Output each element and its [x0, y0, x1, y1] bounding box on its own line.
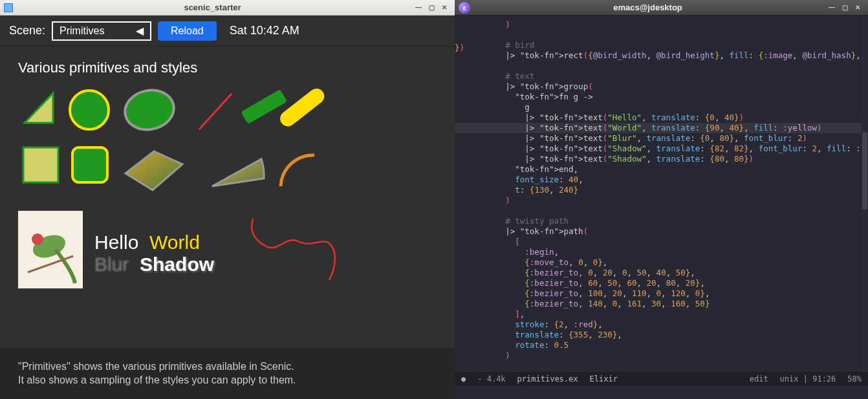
emacs-window: ε emacs@jdesktop — ▢ ✕ ) # bird |> "tok-…: [455, 0, 868, 399]
maximize-icon[interactable]: ▢: [427, 3, 436, 12]
code-line[interactable]: rotate: 0.5: [455, 340, 868, 350]
scenic-window: scenic_starter — ▢ ✕ Scene: Primitives ◀…: [0, 0, 455, 399]
svg-point-2: [122, 86, 178, 134]
code-line[interactable]: |> "tok-fn">text("Shadow", translate: {8…: [455, 144, 868, 154]
svg-point-1: [70, 91, 109, 129]
code-line[interactable]: [455, 206, 868, 216]
topbar: Scene: Primitives ◀ Reload Sat 10:42 AM: [0, 16, 455, 47]
svg-marker-8: [125, 151, 182, 190]
reload-button[interactable]: Reload: [158, 21, 217, 41]
app-icon: [4, 3, 13, 12]
titlebar-left: scenic_starter — ▢ ✕: [0, 0, 455, 16]
emacs-icon: ε: [459, 2, 470, 14]
scene-body: Various primitives and styles: [0, 47, 455, 348]
svg-rect-5: [277, 85, 327, 129]
text-blur: Blur: [94, 253, 129, 275]
code-line[interactable]: ): [455, 195, 868, 206]
code-line[interactable]: {:bezier_to, 60, 50, 60, 20, 80, 20},: [455, 278, 868, 288]
modeline-dot: ●: [461, 374, 466, 383]
window-title-right: emacs@jdesktop: [470, 3, 825, 12]
scenic-app: Scene: Primitives ◀ Reload Sat 10:42 AM …: [0, 16, 455, 399]
sector-gradient: [201, 146, 272, 198]
code-line[interactable]: translate: {355, 230},: [455, 330, 868, 340]
code-line[interactable]: # twisty path: [455, 216, 868, 226]
bird-image: [18, 211, 83, 288]
ellipse-stroke: [120, 85, 179, 135]
modeline-enc: unix | 91:26: [780, 374, 836, 383]
scene-label: Scene:: [9, 24, 45, 38]
code-line[interactable]: |> "tok-fn">group(: [455, 81, 868, 92]
yellow-capsule: [268, 84, 332, 142]
code-line[interactable]: "tok-fn">fn g ->: [455, 92, 868, 102]
modeline-state: edit: [750, 374, 768, 383]
twisty-path: [228, 219, 344, 296]
chevron-left-icon: ◀: [136, 25, 144, 37]
line-wrap-indicator: }): [455, 43, 464, 53]
triangle-stroke: [19, 88, 58, 128]
echo-area[interactable]: [455, 386, 868, 399]
scene-selected: Primitives: [60, 25, 104, 37]
maximize-icon[interactable]: ▢: [840, 3, 849, 12]
clock: Sat 10:42 AM: [230, 24, 299, 38]
close-icon[interactable]: ✕: [440, 3, 449, 12]
quad-gradient: [118, 146, 189, 198]
modeline-mode: Elixir: [590, 374, 618, 383]
titlebar-right: ε emacs@jdesktop — ▢ ✕: [455, 0, 868, 16]
modeline-size: - 4.4k: [477, 374, 505, 383]
emacs-buffer[interactable]: ) # bird |> "tok-fn">rect({@bird_width, …: [455, 16, 868, 399]
text-hello: Hello: [94, 232, 138, 253]
code-line[interactable]: |> "tok-fn">text("World", translate: {90…: [455, 123, 868, 133]
code-line[interactable]: {:bezier_to, 140, 0, 161, 30, 160, 50}: [455, 299, 868, 309]
code-line[interactable]: {:move_to, 0, 0},: [455, 257, 868, 268]
code-line[interactable]: "tok-fn">end,: [455, 164, 868, 175]
footer-line2: It also shows a sampling of the styles y…: [18, 373, 437, 387]
scene-heading: Various primitives and styles: [18, 59, 437, 76]
modeline-file: primitives.ex: [517, 374, 578, 383]
code-line[interactable]: {:bezier_to, 0, 20, 0, 50, 40, 50},: [455, 268, 868, 278]
code-line[interactable]: t: {130, 240}: [455, 185, 868, 195]
scrollbar[interactable]: [862, 16, 868, 372]
modeline: ● - 4.4k primitives.ex Elixir edit unix …: [455, 372, 868, 386]
code-line[interactable]: {:bezier_to, 100, 20, 110, 0, 120, 0},: [455, 288, 868, 299]
svg-rect-6: [23, 147, 58, 182]
minimize-icon[interactable]: —: [827, 3, 836, 12]
svg-point-11: [32, 233, 43, 245]
code-line[interactable]: |> "tok-fn">path(: [455, 226, 868, 237]
modeline-pct: 58%: [847, 374, 862, 383]
circle-stroke: [66, 87, 113, 133]
canvas: Hello World Blur Shadow: [18, 84, 432, 317]
code-line[interactable]: g: [455, 102, 868, 113]
minimize-icon[interactable]: —: [414, 3, 423, 12]
code-line[interactable]: font_size: 40,: [455, 175, 868, 185]
code-line[interactable]: |> "tok-fn">rect({@bird_width, @bird_hei…: [455, 50, 868, 61]
square-stroke: [19, 144, 62, 186]
code-line[interactable]: ): [455, 350, 868, 361]
code-line[interactable]: # bird: [455, 40, 868, 50]
svg-marker-0: [25, 93, 53, 123]
code-line[interactable]: # text: [455, 71, 868, 81]
svg-line-3: [199, 94, 232, 129]
code-line[interactable]: [455, 30, 868, 40]
scrollbar-thumb[interactable]: [862, 132, 867, 210]
svg-rect-7: [72, 147, 107, 182]
code-line[interactable]: [: [455, 237, 868, 247]
text-world: World: [149, 232, 200, 253]
text-shadow: Shadow: [140, 253, 214, 275]
footer-line1: "Primitives" shows the various primitive…: [18, 360, 437, 374]
code-line[interactable]: ],: [455, 309, 868, 319]
code-line[interactable]: |> "tok-fn">text("Blur", translate: {0, …: [455, 133, 868, 144]
code-line[interactable]: [455, 61, 868, 71]
code-line[interactable]: stroke: {2, :red},: [455, 319, 868, 330]
code-line[interactable]: ): [455, 19, 868, 30]
code-line[interactable]: :begin,: [455, 247, 868, 257]
scene-select[interactable]: Primitives ◀: [52, 21, 151, 41]
rrect-stroke: [69, 144, 111, 186]
code-line[interactable]: |> "tok-fn">text("Hello", translate: {0,…: [455, 113, 868, 123]
code-line[interactable]: |> "tok-fn">text("Shadow", translate: {8…: [455, 154, 868, 164]
arc-orange: [274, 149, 326, 194]
window-title-left: scenic_starter: [13, 3, 412, 12]
footer: "Primitives" shows the various primitive…: [0, 348, 455, 399]
text-sample: Hello World Blur Shadow: [94, 232, 214, 275]
close-icon[interactable]: ✕: [853, 3, 862, 12]
